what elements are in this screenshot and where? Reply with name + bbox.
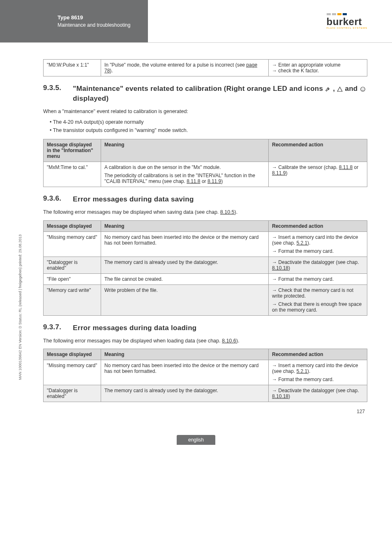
link-ref: 8.10.18 — [272, 265, 288, 271]
text: A calibration is due on the sensor in th… — [104, 164, 265, 170]
action-item: Deactivate the datalogger (see chap. 8.1… — [272, 388, 364, 399]
side-meta-text: MAN 1000139642 EN Version: D Status: RL … — [18, 234, 22, 380]
cell: The file cannot be created. — [101, 273, 269, 284]
doc-type: Type 8619 — [58, 14, 148, 21]
link-ref: 8.10.5 — [220, 209, 235, 215]
cell: In "Pulse" mode, the volume entered for … — [101, 60, 269, 76]
link-ref: 5.2.1 — [296, 240, 307, 246]
col-header: Message displayed in the "Information" m… — [44, 139, 101, 162]
section-heading-937: 9.3.7. Error messages during data loadin… — [43, 323, 367, 333]
cell: Calibrate the sensor (chap. 8.11.8 or 8.… — [269, 162, 367, 187]
col-header: Recommended action — [269, 220, 367, 231]
action-item: Format the memory card. — [272, 248, 364, 254]
action-item: Check that the memory card is not write … — [272, 287, 364, 299]
text: The periodicity of calibrations is set i… — [104, 173, 255, 184]
table-935: Message displayed in the "Information" m… — [43, 139, 367, 187]
text: "Maintenance" events related to calibrat… — [73, 85, 325, 92]
logo-text: burkert — [327, 16, 362, 28]
table-top-fragment: "M0:W:Pulse x 1:1" In "Pulse" mode, the … — [43, 59, 367, 76]
cell: "Datalogger is enabled" — [44, 257, 101, 273]
text: ). — [307, 240, 310, 246]
page-content: MAN 1000139642 EN Version: D Status: RL … — [0, 43, 392, 423]
action-item: Check that there is enough free space on… — [272, 301, 364, 313]
cell: A calibration is due on the sensor in th… — [101, 162, 269, 187]
text: ) — [288, 393, 290, 399]
text: ). — [236, 338, 240, 344]
text: Calibrate the sensor (chap. — [278, 164, 339, 170]
header-right: burkert FLUID CONTROL SYSTEMS — [148, 0, 392, 42]
face-icon — [360, 86, 366, 92]
section-heading-935: 9.3.5. "Maintenance" events related to c… — [43, 84, 367, 104]
text: ) — [221, 178, 223, 184]
cell: Check that the memory card is not write … — [269, 284, 367, 315]
text: Format the memory card. — [278, 377, 334, 382]
col-header: Recommended action — [269, 139, 367, 162]
logo-bars-icon — [327, 13, 347, 15]
cell: "Missing memory card" — [44, 231, 101, 257]
cell: Write problem of the file. — [101, 284, 269, 315]
svg-point-1 — [362, 88, 362, 89]
link-ref: 8.11.9 — [272, 170, 286, 176]
col-header: Message displayed — [44, 349, 101, 360]
link-ref: 8.11.8 — [339, 164, 353, 170]
text: or — [353, 164, 358, 170]
cell: Format the memory card. — [269, 273, 367, 284]
link-ref: 8.11.8 — [187, 178, 200, 184]
action-item: Insert a memory card into the device (se… — [272, 363, 364, 374]
cell: Insert a memory card into the device (se… — [269, 231, 367, 257]
text: ) — [288, 265, 290, 271]
footer: english — [0, 435, 392, 445]
text: displayed) — [73, 95, 108, 102]
text: check the K factor. — [278, 68, 319, 74]
brand-logo: burkert FLUID CONTROL SYSTEMS — [327, 13, 367, 29]
col-header: Meaning — [101, 349, 269, 360]
link-ref: 5.2.1 — [296, 368, 307, 374]
footer-language-tab: english — [177, 435, 215, 445]
action-item: check the K factor. — [272, 68, 364, 74]
table-937: Message displayed Meaning Recommended ac… — [43, 349, 367, 402]
paragraph: The following error messages may be disp… — [43, 337, 367, 345]
text: Format the memory card. — [278, 276, 334, 282]
text: ). — [110, 68, 113, 74]
table-936: Message displayed Meaning Recommended ac… — [43, 220, 367, 316]
text: , — [333, 85, 337, 92]
action-item: Format the memory card. — [272, 276, 364, 282]
text: The periodicity of calibrations is set i… — [104, 173, 265, 184]
cell: Deactivate the datalogger (see chap. 8.1… — [269, 257, 367, 273]
text: Insert a memory card into the device (se… — [272, 234, 358, 246]
col-header: Recommended action — [269, 349, 367, 360]
cell: "Missing memory card" — [44, 360, 101, 385]
list-item: The transistor outputs configured in "wa… — [50, 127, 367, 133]
text: Insert a memory card into the device (se… — [272, 363, 358, 374]
section-number: 9.3.5. — [43, 84, 61, 104]
list-item: The 4-20 mA output(s) operate normally — [50, 119, 367, 125]
text: In "Pulse" mode, the volume entered for … — [104, 62, 246, 68]
section-title: Error messages during data loading — [73, 323, 367, 333]
logo-tagline: FLUID CONTROL SYSTEMS — [327, 27, 367, 29]
text: ). — [235, 209, 238, 215]
doc-subtitle: Maintenance and troubleshooting — [58, 22, 148, 28]
text: Format the memory card. — [278, 248, 334, 254]
cell: No memory card has been inserted into th… — [101, 231, 269, 257]
col-header: Message displayed — [44, 220, 101, 231]
text: or — [201, 178, 208, 184]
header-left: Type 8619 Maintenance and troubleshootin… — [0, 0, 148, 42]
text: ). — [307, 368, 310, 374]
col-header: Meaning — [101, 139, 269, 162]
warning-triangle-icon — [337, 86, 343, 92]
cell: "M0:W:Pulse x 1:1" — [44, 60, 101, 76]
svg-point-0 — [360, 87, 365, 91]
wrench-icon — [325, 86, 331, 92]
action-item: Calibrate the sensor (chap. 8.11.8 or 8.… — [272, 164, 364, 176]
cell: No memory card has been inserted into th… — [101, 360, 269, 385]
col-header: Meaning — [101, 220, 269, 231]
cell: "MxM:Time to cal." — [44, 162, 101, 187]
bullet-list: The 4-20 mA output(s) operate normally T… — [43, 119, 367, 133]
text: Deactivate the datalogger (see chap. — [278, 388, 359, 393]
paragraph: The following error messages may be disp… — [43, 208, 367, 216]
cell: Deactivate the datalogger (see chap. 8.1… — [269, 385, 367, 402]
link-ref: 8.10.6 — [222, 338, 236, 344]
text: Enter an appropriate volume — [278, 62, 340, 68]
cell: Insert a memory card into the device (se… — [269, 360, 367, 385]
link-ref: 8.10.18 — [272, 393, 288, 399]
